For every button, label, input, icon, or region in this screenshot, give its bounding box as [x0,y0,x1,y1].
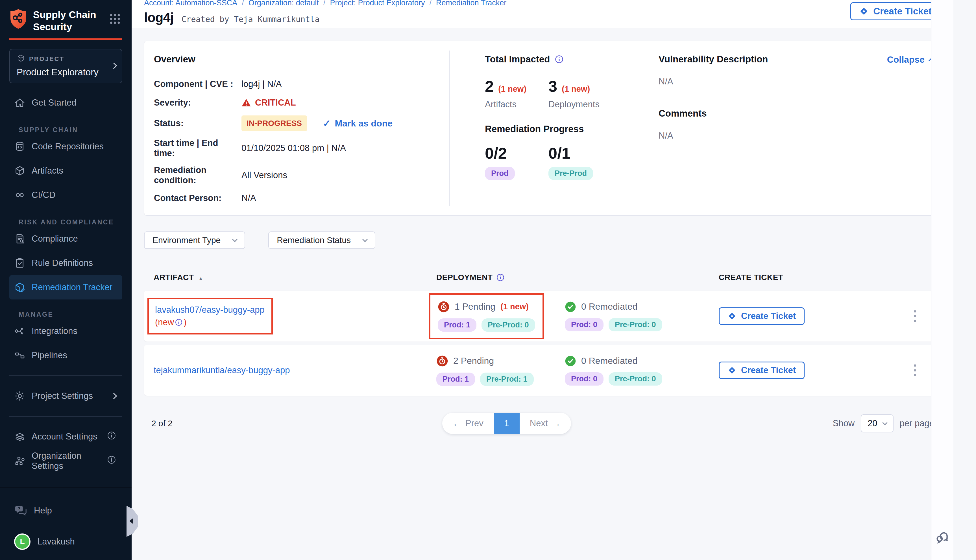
result-count: 2 of 2 [144,418,173,428]
description-column: Vulnerability Description Collapse N/A C… [643,41,943,215]
preprod-progress-stat: 0/1 Pre-Prod [549,144,612,180]
sidebar-item-code-repositories[interactable]: Code Repositories [9,134,122,158]
sidebar-item-label: Integrations [32,326,77,336]
chevron-right-icon [111,393,117,399]
info-icon[interactable] [107,431,116,442]
ticket-diamond-icon [727,312,736,321]
sidebar-item-artifacts[interactable]: Artifacts [9,158,122,183]
breadcrumb-project[interactable]: Project: Product Exploratory [330,0,425,7]
page-size-control: Show 20 per page [833,414,943,432]
app-title: Supply Chain Security [33,8,96,33]
sidebar-divider [9,375,122,376]
project-selector[interactable]: PROJECT Product Exploratory [9,49,122,83]
environment-type-filter[interactable]: Environment Type [144,232,245,249]
breadcrumb-separator [242,0,244,7]
remediation-status-filter[interactable]: Remediation Status [268,232,375,249]
prod-badge: Prod: 0 [565,372,604,385]
time-row: Start time | End time: 01/10/2025 01:08 … [154,138,438,158]
deployments-new-count: (1 new) [562,84,590,94]
create-ticket-button-top[interactable]: Create Ticket [850,2,941,20]
artifact-new-tag: (new ) [155,316,187,328]
next-page-button[interactable]: Next [520,413,571,434]
app-root: Supply Chain Security PROJEC [0,0,976,560]
show-label: Show [833,418,855,428]
page-header: Account: Automation-SSCA Organization: d… [132,0,953,28]
table-row[interactable]: lavakush07/easy-buggy-app (new ) [144,291,943,342]
sidebar-item-cicd[interactable]: CI/CD [9,183,122,207]
status-label: Status: [154,118,242,128]
arrow-right-icon [552,418,561,429]
current-page-button[interactable]: 1 [494,413,520,434]
ticket-diamond-icon [727,366,736,375]
user-menu[interactable]: L Lavakush [14,533,122,550]
pending-icon [436,355,448,367]
info-icon[interactable] [555,55,564,63]
info-icon[interactable] [497,273,504,282]
component-label: Component | CVE : [154,79,242,89]
sidebar-item-label: Get Started [32,98,77,108]
pagination-bar: 2 of 2 Prev 1 Next Show 20 [144,413,943,434]
sidebar-item-account-settings[interactable]: Account Settings [9,425,122,449]
breadcrumb-remediation-tracker[interactable]: Remediation Tracker [436,0,506,7]
severity-value: CRITICAL [242,98,296,108]
page-size-select[interactable]: 20 [861,414,893,432]
support-chat-icon[interactable] [934,530,951,547]
prev-page-button[interactable]: Prev [442,413,494,434]
sidebar-section-manage: MANAGE [18,311,132,318]
sidebar-item-remediation-tracker[interactable]: Remediation Tracker [9,275,122,300]
overview-column: Overview Component | CVE : log4j | N/A S… [144,41,449,215]
info-icon[interactable] [175,319,182,326]
preprod-progress-value: 0/1 [549,144,571,162]
sidebar-item-label: Organization Settings [32,451,101,471]
sort-ascending-icon[interactable] [198,273,203,282]
per-page-label: per page [900,418,934,428]
component-row: Component | CVE : log4j | N/A [154,78,438,90]
breadcrumb-organization[interactable]: Organization: default [249,0,319,7]
page-body: Overview Component | CVE : log4j | N/A S… [132,28,953,434]
breadcrumb-separator [430,0,432,7]
help-button[interactable]: ? Help [14,504,122,517]
sidebar-item-integrations[interactable]: Integrations [9,319,122,343]
artifacts-stat: 2 (1 new) Artifacts [485,77,549,110]
preprod-badge: Pre-Prod: 0 [482,318,535,332]
artifact-link[interactable]: tejakummarikuntla/easy-buggy-app [153,365,290,375]
sidebar-footer: ? Help L Lavakush [0,487,132,560]
sidebar-item-project-settings[interactable]: Project Settings [9,384,122,408]
deployments-count: 3 [549,77,557,95]
row-menu-kebab-icon[interactable] [912,308,918,324]
breadcrumb-account[interactable]: Account: Automation-SSCA [144,0,237,7]
table-header: ARTIFACT DEPLOYMENT CREATE TICKET [144,268,943,287]
sidebar-item-organization-settings[interactable]: Organization Settings [9,449,122,473]
info-icon[interactable] [107,455,116,467]
breadcrumb-separator [324,0,325,7]
row-menu-kebab-icon[interactable] [912,363,918,378]
prod-progress-stat: 0/2 Prod [485,144,549,180]
column-artifact[interactable]: ARTIFACT [153,273,194,282]
sidebar-section-supply-chain: SUPPLY CHAIN [18,126,132,134]
create-ticket-button-row[interactable]: Create Ticket [719,362,804,379]
table-row[interactable]: tejakummarikuntla/easy-buggy-app 2 Pendi… [144,345,943,396]
artifacts-new-count: (1 new) [498,84,526,94]
pending-new-count: (1 new) [501,302,529,311]
component-value: log4j | N/A [242,79,282,89]
brand-divider [9,38,122,40]
prod-progress-value: 0/2 [485,144,507,162]
sidebar-item-get-started[interactable]: Get Started [9,91,122,115]
breadcrumb: Account: Automation-SSCA Organization: d… [144,0,506,7]
create-ticket-label: Create Ticket [873,6,932,17]
right-gutter [931,0,953,560]
module-switcher-grid-icon[interactable] [108,12,122,27]
mark-as-done-button[interactable]: Mark as done [323,118,392,129]
sidebar-item-compliance[interactable]: Compliance [9,227,122,251]
sidebar-item-pipelines[interactable]: Pipelines [9,343,122,368]
comments-heading: Comments [659,108,934,119]
create-ticket-button-row[interactable]: Create Ticket [719,307,804,325]
remediated-count: 0 Remediated [581,302,637,312]
severity-row: Severity: CRITICAL [154,97,438,109]
sidebar-item-rule-definitions[interactable]: Rule Definitions [9,251,122,275]
collapse-button[interactable]: Collapse [887,55,933,65]
prod-badge: Prod: 0 [565,318,604,332]
condition-row: Remediation condition: All Versions [154,165,438,185]
arrow-left-icon [452,418,461,429]
artifact-link[interactable]: lavakush07/easy-buggy-app [155,304,265,316]
